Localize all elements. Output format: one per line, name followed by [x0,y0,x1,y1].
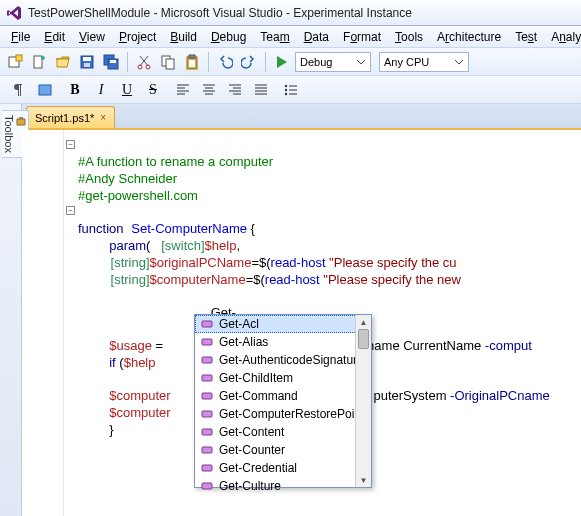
svg-rect-8 [110,60,116,63]
menu-view[interactable]: View [72,28,112,46]
svg-rect-20 [202,321,212,327]
title-bar: TestPowerShellModule - Microsoft Visual … [0,0,581,26]
menu-format[interactable]: Format [336,28,388,46]
menu-project[interactable]: Project [112,28,163,46]
outline-toggle[interactable]: − [66,206,75,215]
svg-rect-16 [39,85,51,95]
editor-gutter [22,130,64,516]
cmdlet-icon [201,462,213,474]
menu-architecture[interactable]: Architecture [430,28,508,46]
intellisense-item[interactable]: Get-Acl [195,315,371,333]
menu-file[interactable]: File [4,28,37,46]
svg-rect-15 [189,60,195,67]
intellisense-item[interactable]: Get-Command [195,387,371,405]
intellisense-item[interactable]: Get-ChildItem [195,369,371,387]
block-icon[interactable] [34,79,56,101]
svg-point-18 [285,88,287,90]
format-toolbar: B I U S [0,76,581,104]
new-project-button[interactable] [4,51,26,73]
config-value: Debug [300,56,332,68]
document-tab-label: Script1.ps1* [35,112,94,124]
menu-tools[interactable]: Tools [388,28,430,46]
menu-data[interactable]: Data [297,28,336,46]
underline-button[interactable]: U [116,79,138,101]
svg-rect-27 [202,447,212,453]
document-well: Script1.ps1* × − − #A function to rename… [22,104,581,516]
start-debug-button[interactable] [271,51,293,73]
cmdlet-icon [201,390,213,402]
svg-rect-26 [202,429,212,435]
para-icon[interactable] [8,79,30,101]
add-item-button[interactable] [28,51,50,73]
intellisense-popup[interactable]: Get-Acl Get-Alias Get-AuthenticodeSignat… [194,314,372,488]
italic-button[interactable]: I [90,79,112,101]
save-button[interactable] [76,51,98,73]
menu-debug[interactable]: Debug [204,28,253,46]
intellisense-item[interactable]: Get-Alias [195,333,371,351]
paste-button[interactable] [181,51,203,73]
redo-button[interactable] [238,51,260,73]
cmdlet-icon [201,372,213,384]
intellisense-item[interactable]: Get-AuthenticodeSignature [195,351,371,369]
scroll-down-arrow[interactable]: ▼ [356,473,371,487]
vs-logo-icon [6,5,22,21]
align-right-button[interactable] [224,79,246,101]
save-all-button[interactable] [100,51,122,73]
menu-analyze[interactable]: Analyze [544,28,581,46]
chevron-down-icon [354,55,368,69]
cmdlet-icon [201,354,213,366]
cut-button[interactable] [133,51,155,73]
intellisense-scrollbar[interactable]: ▲ ▼ [355,315,371,487]
intellisense-item[interactable]: Get-Content [195,423,371,441]
toolbox-icon [15,115,27,127]
menu-team[interactable]: Team [253,28,296,46]
align-center-button[interactable] [198,79,220,101]
chevron-down-icon [452,55,466,69]
code-editor[interactable]: − − #A function to rename a computer #An… [22,130,581,516]
strike-button[interactable]: S [142,79,164,101]
toolbar-separator [127,52,128,72]
bullet-list-button[interactable] [280,79,302,101]
platform-value: Any CPU [384,56,429,68]
svg-rect-4 [83,57,91,61]
svg-rect-1 [16,55,22,61]
svg-rect-25 [202,411,212,417]
workspace: Toolbox Script1.ps1* × − − #A function t… [0,104,581,516]
intellisense-item[interactable]: Get-Credential [195,459,371,477]
intellisense-item[interactable]: Get-Counter [195,441,371,459]
menu-edit[interactable]: Edit [37,28,72,46]
svg-rect-29 [202,483,212,489]
undo-button[interactable] [214,51,236,73]
menu-bar: File Edit View Project Build Debug Team … [0,26,581,48]
svg-rect-21 [202,339,212,345]
bold-button[interactable]: B [64,79,86,101]
svg-point-19 [285,92,287,94]
toolbox-panel[interactable]: Toolbox [0,104,22,516]
align-justify-button[interactable] [250,79,272,101]
cmdlet-icon [201,480,213,492]
menu-build[interactable]: Build [163,28,204,46]
intellisense-item[interactable]: Get-ComputerRestorePoint [195,405,371,423]
tab-close-button[interactable]: × [100,112,106,123]
open-button[interactable] [52,51,74,73]
svg-rect-24 [202,393,212,399]
intellisense-item[interactable]: Get-Culture [195,477,371,495]
document-tab[interactable]: Script1.ps1* × [26,106,115,128]
toolbar-separator [265,52,266,72]
platform-select[interactable]: Any CPU [379,52,469,72]
svg-rect-14 [189,55,195,58]
svg-rect-28 [202,465,212,471]
outline-toggle[interactable]: − [66,140,75,149]
svg-rect-23 [202,375,212,381]
align-left-button[interactable] [172,79,194,101]
menu-test[interactable]: Test [508,28,544,46]
svg-rect-2 [34,56,42,68]
copy-button[interactable] [157,51,179,73]
scroll-thumb[interactable] [358,329,369,349]
svg-rect-12 [166,59,174,69]
cmdlet-icon [201,426,213,438]
svg-rect-5 [84,63,90,67]
document-tab-row: Script1.ps1* × [22,104,581,130]
config-select[interactable]: Debug [295,52,371,72]
scroll-up-arrow[interactable]: ▲ [356,315,371,329]
